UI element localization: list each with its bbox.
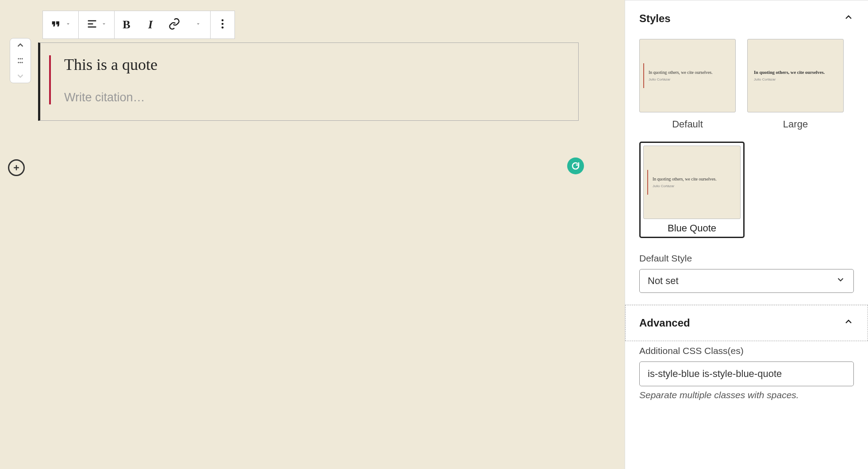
chevron-up-icon <box>843 316 854 329</box>
style-label: Default <box>639 119 736 130</box>
chevron-up-icon <box>843 12 854 25</box>
style-option-blue-quote[interactable]: In quoting others, we cite ourselves. Ju… <box>639 142 745 238</box>
move-down-button[interactable] <box>11 69 30 83</box>
align-left-icon <box>86 18 98 32</box>
block-mover <box>10 38 31 83</box>
link-button[interactable] <box>162 11 186 38</box>
style-option-default[interactable]: In quoting others, we cite ourselves. Ju… <box>639 39 736 130</box>
style-label: Blue Quote <box>643 223 741 234</box>
svg-point-4 <box>20 62 21 63</box>
italic-label: I <box>148 18 153 31</box>
style-option-large[interactable]: In quoting others, we cite ourselves. Ju… <box>747 39 844 130</box>
styles-panel: Styles In quoting others, we cite oursel… <box>625 0 868 305</box>
svg-point-9 <box>222 19 224 22</box>
quote-text-input[interactable]: This is a quote <box>64 55 562 74</box>
style-label: Large <box>747 119 844 130</box>
additional-css-help: Separate multiple classes with spaces. <box>639 390 854 400</box>
svg-point-0 <box>18 58 19 59</box>
advanced-panel-toggle[interactable]: Advanced <box>625 305 868 341</box>
panel-title: Advanced <box>639 317 690 329</box>
advanced-panel: Advanced <box>625 305 868 341</box>
link-icon <box>168 18 181 32</box>
default-style-label: Default Style <box>639 253 854 264</box>
chevron-down-icon <box>65 21 71 29</box>
svg-point-10 <box>222 23 224 25</box>
default-style-select[interactable]: Not set <box>639 269 854 293</box>
bold-label: B <box>123 18 130 31</box>
quote-citation-input[interactable] <box>64 91 562 104</box>
block-type-button[interactable] <box>43 11 78 38</box>
more-options-button[interactable] <box>211 11 234 38</box>
styles-grid: In quoting others, we cite ourselves. Ju… <box>625 36 868 249</box>
more-rich-text-button[interactable] <box>186 11 210 38</box>
svg-point-11 <box>222 27 224 29</box>
additional-css-field: Additional CSS Class(es) Separate multip… <box>625 341 868 412</box>
select-value: Not set <box>648 275 679 287</box>
chevron-down-icon <box>836 275 845 287</box>
additional-css-label: Additional CSS Class(es) <box>639 346 854 356</box>
styles-panel-toggle[interactable]: Styles <box>625 0 868 36</box>
add-block-button[interactable] <box>8 159 25 176</box>
quote-block[interactable]: This is a quote <box>38 42 579 121</box>
svg-point-5 <box>22 62 23 63</box>
more-vertical-icon <box>216 18 229 32</box>
additional-css-input[interactable] <box>639 361 854 386</box>
chevron-down-icon <box>101 21 107 29</box>
svg-point-1 <box>20 58 21 59</box>
quote-icon <box>50 18 62 32</box>
svg-point-2 <box>22 58 23 59</box>
default-style-field: Default Style Not set <box>625 249 868 304</box>
move-up-button[interactable] <box>11 38 30 53</box>
align-button[interactable] <box>79 11 114 38</box>
editor-canvas: B I <box>0 0 625 469</box>
panel-title: Styles <box>639 12 671 25</box>
drag-handle[interactable] <box>11 53 30 69</box>
chevron-down-icon <box>195 21 201 29</box>
settings-sidebar: Styles In quoting others, we cite oursel… <box>625 0 868 469</box>
svg-point-3 <box>18 62 19 63</box>
italic-button[interactable]: I <box>138 11 162 38</box>
bold-button[interactable]: B <box>115 11 138 38</box>
grammarly-button[interactable] <box>567 158 584 174</box>
block-toolbar: B I <box>42 11 235 39</box>
